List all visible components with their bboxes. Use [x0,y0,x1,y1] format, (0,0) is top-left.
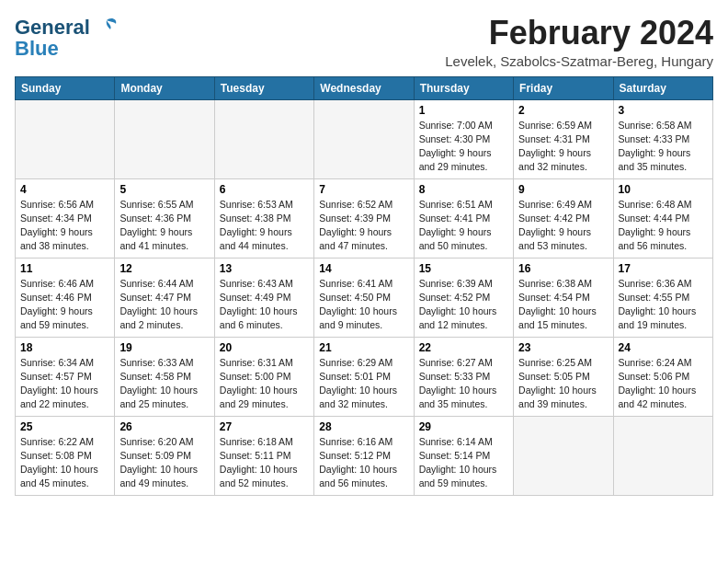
week-row-1: 1Sunrise: 7:00 AM Sunset: 4:30 PM Daylig… [16,99,713,178]
weekday-header-sunday: Sunday [16,76,115,99]
day-info: Sunrise: 6:52 AM Sunset: 4:39 PM Dayligh… [319,198,408,254]
calendar-cell: 1Sunrise: 7:00 AM Sunset: 4:30 PM Daylig… [414,99,513,178]
day-info: Sunrise: 6:14 AM Sunset: 5:14 PM Dayligh… [419,435,508,491]
week-row-4: 18Sunrise: 6:34 AM Sunset: 4:57 PM Dayli… [16,337,713,416]
calendar-cell [514,416,613,495]
calendar-cell: 6Sunrise: 6:53 AM Sunset: 4:38 PM Daylig… [214,178,313,258]
calendar-cell: 12Sunrise: 6:44 AM Sunset: 4:47 PM Dayli… [115,258,214,337]
weekday-header-friday: Friday [514,76,613,99]
calendar-cell: 23Sunrise: 6:25 AM Sunset: 5:05 PM Dayli… [514,337,613,416]
day-info: Sunrise: 6:44 AM Sunset: 4:47 PM Dayligh… [119,277,209,333]
weekday-header-thursday: Thursday [414,76,513,99]
day-number: 1 [419,104,508,117]
day-info: Sunrise: 6:58 AM Sunset: 4:33 PM Dayligh… [619,119,708,175]
day-info: Sunrise: 6:20 AM Sunset: 5:09 PM Dayligh… [119,435,209,491]
location: Levelek, Szabolcs-Szatmar-Bereg, Hungary [445,53,713,69]
day-number: 2 [518,104,608,117]
calendar-cell [613,416,712,495]
day-number: 24 [619,341,708,354]
calendar-cell: 13Sunrise: 6:43 AM Sunset: 4:49 PM Dayli… [214,258,313,337]
day-info: Sunrise: 6:39 AM Sunset: 4:52 PM Dayligh… [419,277,508,333]
day-info: Sunrise: 6:31 AM Sunset: 5:00 PM Dayligh… [220,356,309,412]
day-number: 16 [518,262,608,275]
day-info: Sunrise: 6:34 AM Sunset: 4:57 PM Dayligh… [20,356,109,412]
day-number: 3 [619,104,708,117]
calendar-cell [16,99,115,178]
calendar-cell: 17Sunrise: 6:36 AM Sunset: 4:55 PM Dayli… [613,258,712,337]
calendar-cell: 19Sunrise: 6:33 AM Sunset: 4:58 PM Dayli… [115,337,214,416]
calendar-cell: 29Sunrise: 6:14 AM Sunset: 5:14 PM Dayli… [414,416,513,495]
day-info: Sunrise: 6:27 AM Sunset: 5:33 PM Dayligh… [419,356,508,412]
logo-bird-icon [94,15,119,40]
day-info: Sunrise: 6:51 AM Sunset: 4:41 PM Dayligh… [419,198,508,254]
day-number: 21 [319,341,408,354]
day-info: Sunrise: 6:29 AM Sunset: 5:01 PM Dayligh… [319,356,408,412]
day-info: Sunrise: 6:24 AM Sunset: 5:06 PM Dayligh… [619,356,708,412]
day-number: 15 [419,262,508,275]
weekday-header-wednesday: Wednesday [314,76,414,99]
calendar-cell: 5Sunrise: 6:55 AM Sunset: 4:36 PM Daylig… [115,178,214,258]
day-info: Sunrise: 6:38 AM Sunset: 4:54 PM Dayligh… [518,277,608,333]
calendar-cell [115,99,214,178]
day-number: 11 [20,262,109,275]
month-title: February 2024 [445,15,713,52]
day-number: 12 [119,262,209,275]
day-number: 10 [619,183,708,196]
week-row-2: 4Sunrise: 6:56 AM Sunset: 4:34 PM Daylig… [16,178,713,258]
calendar-cell: 7Sunrise: 6:52 AM Sunset: 4:39 PM Daylig… [314,178,414,258]
day-info: Sunrise: 6:46 AM Sunset: 4:46 PM Dayligh… [20,277,109,333]
day-number: 9 [518,183,608,196]
calendar-cell: 2Sunrise: 6:59 AM Sunset: 4:31 PM Daylig… [514,99,613,178]
calendar-cell: 27Sunrise: 6:18 AM Sunset: 5:11 PM Dayli… [214,416,313,495]
calendar-cell: 28Sunrise: 6:16 AM Sunset: 5:12 PM Dayli… [314,416,414,495]
day-info: Sunrise: 6:33 AM Sunset: 4:58 PM Dayligh… [119,356,209,412]
calendar-cell: 18Sunrise: 6:34 AM Sunset: 4:57 PM Dayli… [16,337,115,416]
calendar-cell: 24Sunrise: 6:24 AM Sunset: 5:06 PM Dayli… [613,337,712,416]
calendar-cell: 3Sunrise: 6:58 AM Sunset: 4:33 PM Daylig… [613,99,712,178]
day-number: 7 [319,183,408,196]
calendar-cell: 8Sunrise: 6:51 AM Sunset: 4:41 PM Daylig… [414,178,513,258]
page-header: General Blue February 2024 Levelek, Szab… [15,15,713,69]
day-number: 25 [20,420,109,433]
calendar-cell [214,99,313,178]
logo-blue: Blue [15,37,59,61]
calendar-cell: 9Sunrise: 6:49 AM Sunset: 4:42 PM Daylig… [514,178,613,258]
day-info: Sunrise: 6:53 AM Sunset: 4:38 PM Dayligh… [220,198,309,254]
day-info: Sunrise: 6:41 AM Sunset: 4:50 PM Dayligh… [319,277,408,333]
day-info: Sunrise: 6:56 AM Sunset: 4:34 PM Dayligh… [20,198,109,254]
weekday-header-saturday: Saturday [613,76,712,99]
logo: General Blue [15,15,119,61]
week-row-5: 25Sunrise: 6:22 AM Sunset: 5:08 PM Dayli… [16,416,713,495]
day-info: Sunrise: 6:18 AM Sunset: 5:11 PM Dayligh… [220,435,309,491]
day-number: 26 [119,420,209,433]
calendar-cell [314,99,414,178]
calendar-cell: 15Sunrise: 6:39 AM Sunset: 4:52 PM Dayli… [414,258,513,337]
day-number: 20 [220,341,309,354]
day-info: Sunrise: 6:48 AM Sunset: 4:44 PM Dayligh… [619,198,708,254]
day-info: Sunrise: 7:00 AM Sunset: 4:30 PM Dayligh… [419,119,508,175]
day-number: 22 [419,341,508,354]
day-number: 4 [20,183,109,196]
calendar-cell: 16Sunrise: 6:38 AM Sunset: 4:54 PM Dayli… [514,258,613,337]
day-info: Sunrise: 6:16 AM Sunset: 5:12 PM Dayligh… [319,435,408,491]
weekday-header-row: SundayMondayTuesdayWednesdayThursdayFrid… [16,76,713,99]
day-number: 28 [319,420,408,433]
day-number: 17 [619,262,708,275]
day-number: 27 [220,420,309,433]
day-number: 5 [119,183,209,196]
day-info: Sunrise: 6:55 AM Sunset: 4:36 PM Dayligh… [119,198,209,254]
day-number: 29 [419,420,508,433]
day-info: Sunrise: 6:59 AM Sunset: 4:31 PM Dayligh… [518,119,608,175]
title-area: February 2024 Levelek, Szabolcs-Szatmar-… [445,15,713,69]
day-number: 8 [419,183,508,196]
day-number: 19 [119,341,209,354]
calendar-cell: 25Sunrise: 6:22 AM Sunset: 5:08 PM Dayli… [16,416,115,495]
calendar-cell: 14Sunrise: 6:41 AM Sunset: 4:50 PM Dayli… [314,258,414,337]
weekday-header-tuesday: Tuesday [214,76,313,99]
calendar-cell: 22Sunrise: 6:27 AM Sunset: 5:33 PM Dayli… [414,337,513,416]
day-info: Sunrise: 6:43 AM Sunset: 4:49 PM Dayligh… [220,277,309,333]
day-info: Sunrise: 6:49 AM Sunset: 4:42 PM Dayligh… [518,198,608,254]
day-number: 13 [220,262,309,275]
calendar-cell: 4Sunrise: 6:56 AM Sunset: 4:34 PM Daylig… [16,178,115,258]
week-row-3: 11Sunrise: 6:46 AM Sunset: 4:46 PM Dayli… [16,258,713,337]
